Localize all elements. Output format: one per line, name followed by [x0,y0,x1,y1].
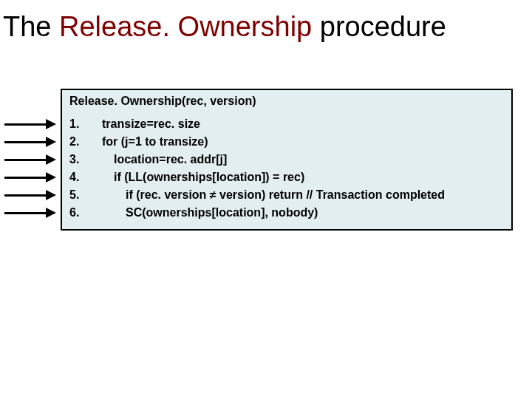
arrow-right-icon [4,188,58,202]
title-prefix: The [3,11,59,42]
slide-title: The Release. Ownership procedure [3,12,529,43]
arrow-right-icon [4,117,58,132]
line-text: if (LL(ownerships[location]) = rec) [93,168,304,186]
title-suffix: procedure [312,11,446,42]
line-text: if (rec. version ≠ version) return // Tr… [93,186,445,204]
line-text: transize=rec. size [93,115,200,133]
code-line: 4.if (LL(ownerships[location]) = rec) [69,168,504,186]
arrow-right-icon [4,152,58,167]
arrow-column [4,117,58,220]
code-line: 6.SC(ownerships[location], nobody) [69,204,504,222]
slide: The Release. Ownership procedure Release… [0,0,532,399]
line-text: location=rec. addr[j] [93,151,227,168]
code-box: Release. Ownership(rec, version) 1.trans… [61,89,513,231]
arrow-right-icon [4,205,58,220]
line-text: SC(ownerships[location], nobody) [93,204,318,222]
arrow-right-icon [4,134,58,149]
arrow-right-icon [4,170,58,185]
code-line: 1.transize=rec. size [69,115,504,133]
line-number: 6. [69,204,93,222]
line-number: 1. [69,115,93,133]
code-line: 5.if (rec. version ≠ version) return // … [69,186,504,204]
procedure-body: 1.transize=rec. size2.for (j=1 to transi… [69,115,504,222]
procedure-signature: Release. Ownership(rec, version) [69,95,504,108]
line-number: 2. [69,133,93,151]
line-number: 4. [69,168,93,186]
line-number: 3. [69,151,93,168]
code-line: 2.for (j=1 to transize) [69,133,504,151]
code-line: 3.location=rec. addr[j] [69,151,504,168]
line-text: for (j=1 to transize) [93,133,208,151]
title-keyword: Release. Ownership [59,11,312,42]
line-number: 5. [69,186,93,204]
